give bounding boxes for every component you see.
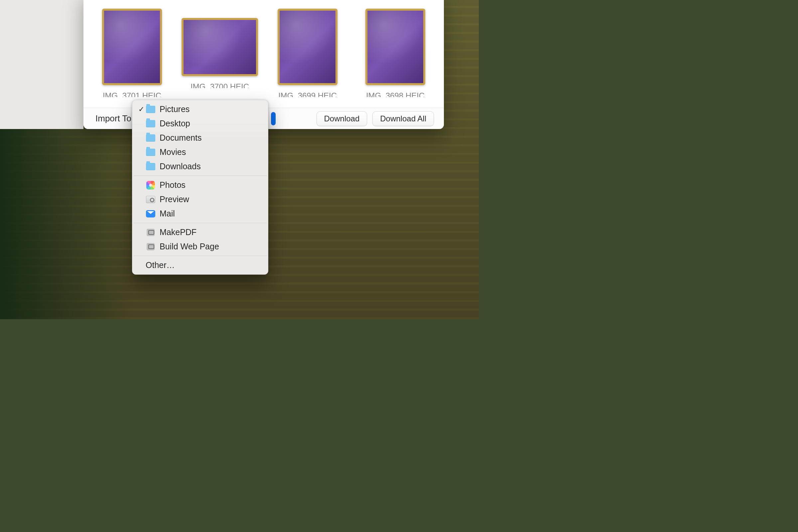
menu-item-label: Build Web Page: [159, 242, 219, 251]
menu-item-preview[interactable]: Preview: [132, 192, 268, 207]
mail-app-icon: [146, 209, 156, 218]
menu-item-movies[interactable]: Movies: [132, 145, 268, 159]
thumbnail-cell[interactable]: IMG_3701.HEIC: [95, 8, 169, 108]
menu-item-makepdf[interactable]: MakePDF: [132, 225, 268, 240]
menu-separator: [134, 256, 267, 256]
menu-item-label: Desktop: [159, 119, 190, 128]
menu-item-documents[interactable]: Documents: [132, 131, 268, 145]
thumbnail-grid: IMG_3701.HEIC IMG_3700.HEIC IMG_3699.HEI…: [83, 8, 444, 108]
folder-icon: [146, 162, 156, 171]
sidebar-area: [0, 0, 83, 129]
download-all-button-label: Download All: [380, 114, 426, 124]
folder-icon: [146, 148, 156, 157]
menu-item-label: Mail: [159, 209, 175, 218]
photo-thumbnail[interactable]: [182, 18, 258, 76]
photo-thumbnail[interactable]: [102, 8, 162, 85]
thumbnail-filename: IMG_3698.HEIC: [366, 91, 424, 97]
menu-item-photos[interactable]: Photos: [132, 178, 268, 192]
menu-item-label: Documents: [159, 133, 202, 142]
automator-icon: [146, 242, 156, 251]
menu-item-label: Photos: [159, 180, 186, 190]
menu-item-pictures[interactable]: ✓ Pictures: [132, 102, 268, 116]
photos-app-icon: [146, 181, 156, 190]
menu-item-label: Downloads: [159, 162, 201, 171]
menu-item-label: MakePDF: [159, 227, 196, 237]
import-to-menu: ✓ Pictures Desktop Documents Movies Down…: [132, 100, 268, 274]
thumbnail-cell[interactable]: IMG_3698.HEIC: [359, 8, 432, 108]
menu-item-label: Pictures: [159, 104, 190, 114]
menu-item-mail[interactable]: Mail: [132, 207, 268, 221]
photo-thumbnail[interactable]: [365, 8, 425, 85]
download-button-label: Download: [324, 114, 360, 124]
automator-icon: [146, 228, 156, 237]
folder-icon: [146, 105, 156, 114]
folder-icon: [146, 134, 156, 142]
menu-item-other[interactable]: Other…: [132, 258, 268, 272]
checkmark-icon: ✓: [137, 105, 146, 114]
thumbnail-cell[interactable]: IMG_3700.HEIC: [183, 8, 256, 108]
thumbnail-filename: IMG_3701.HEIC: [103, 91, 161, 97]
preview-app-icon: [146, 195, 156, 204]
folder-icon: [146, 119, 156, 128]
download-all-button[interactable]: Download All: [373, 111, 434, 126]
thumbnail-filename: IMG_3699.HEIC: [278, 91, 337, 97]
menu-item-label: Preview: [159, 194, 189, 204]
photo-thumbnail[interactable]: [278, 8, 338, 85]
download-button[interactable]: Download: [317, 111, 367, 126]
menu-item-label: Movies: [159, 147, 186, 157]
import-to-label: Import To:: [95, 113, 134, 124]
import-to-popup-button[interactable]: [271, 112, 276, 125]
thumbnail-filename: IMG_3700.HEIC: [191, 82, 249, 88]
menu-separator: [134, 175, 267, 176]
menu-item-label: Other…: [146, 260, 175, 270]
menu-item-downloads[interactable]: Downloads: [132, 159, 268, 174]
menu-item-build-web-page[interactable]: Build Web Page: [132, 240, 268, 254]
menu-item-desktop[interactable]: Desktop: [132, 116, 268, 131]
menu-separator: [134, 223, 267, 223]
thumbnail-cell[interactable]: IMG_3699.HEIC: [271, 8, 344, 108]
